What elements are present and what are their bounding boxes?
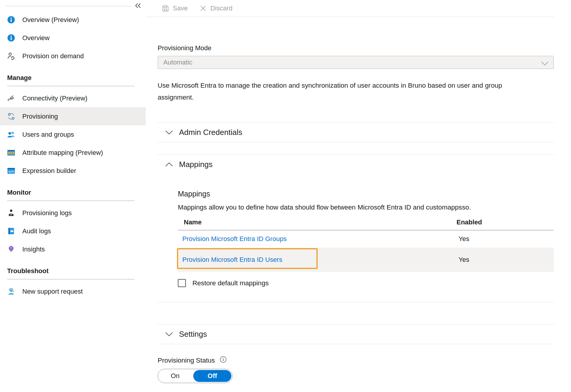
- provisioning-mode-dropdown[interactable]: Automatic: [158, 56, 554, 69]
- table-row: Provision Microsoft Entra ID UsersYes: [178, 248, 554, 272]
- sidebar-item-new-support-request[interactable]: New support request: [0, 282, 146, 300]
- sidebar-item-overview[interactable]: Overview: [0, 29, 146, 47]
- sidebar-item-label: Expression builder: [22, 167, 76, 175]
- sidebar-nav: Overview (Preview)OverviewProvision on d…: [0, 11, 146, 300]
- provisioning-logs-icon: [7, 209, 15, 217]
- sidebar-item-label: Users and groups: [22, 131, 74, 138]
- svg-text:</>: </>: [8, 170, 14, 173]
- sidebar-item-label: Provision on demand: [22, 52, 84, 60]
- main-content: Save Discard Provisioning Mode Automatic…: [146, 0, 571, 392]
- section-header-settings[interactable]: Settings: [158, 325, 554, 344]
- discard-label: Discard: [210, 4, 233, 12]
- chevron-down-icon: [165, 128, 173, 136]
- sidebar-item-label: Connectivity (Preview): [22, 95, 87, 102]
- sidebar-item-provision-on-demand[interactable]: Provision on demand: [0, 47, 146, 65]
- enabled-value: Yes: [459, 256, 469, 264]
- toggle-option-off[interactable]: Off: [193, 370, 231, 382]
- sidebar-item-provisioning-logs[interactable]: Provisioning logs: [0, 204, 146, 222]
- mappings-description: Mappings allow you to define how data sh…: [178, 204, 554, 211]
- mappings-table-body: Provision Microsoft Entra ID GroupsYesPr…: [178, 230, 554, 272]
- collapse-sidebar-button[interactable]: [133, 1, 143, 11]
- sidebar-item-label: Overview (Preview): [22, 16, 79, 24]
- expression-builder-icon: </>: [7, 167, 15, 175]
- sidebar-item-expression-builder[interactable]: </>Expression builder: [0, 162, 146, 180]
- sidebar-item-connectivity-preview[interactable]: Connectivity (Preview): [0, 89, 146, 107]
- section-header-mappings[interactable]: Mappings: [158, 155, 554, 174]
- info-icon[interactable]: [220, 356, 227, 365]
- mappings-table-header: Name Enabled: [178, 214, 554, 230]
- sidebar-item-audit-logs[interactable]: Audit logs: [0, 222, 146, 240]
- sidebar-item-provisioning[interactable]: Provisioning: [0, 107, 146, 125]
- sidebar-item-users-and-groups[interactable]: Users and groups: [0, 125, 146, 144]
- sidebar-item-label: Overview: [22, 34, 50, 42]
- restore-default-mappings-checkbox[interactable]: [178, 279, 186, 287]
- provisioning-status-toggle: On Off: [158, 369, 233, 383]
- sidebar-item-insights[interactable]: Insights: [0, 240, 146, 258]
- audit-logs-icon: [7, 227, 15, 235]
- mappings-heading: Mappings: [178, 190, 554, 198]
- command-bar: Save Discard: [146, 0, 554, 17]
- provisioning-description: Use Microsoft Entra to manage the creati…: [158, 80, 526, 103]
- save-button[interactable]: Save: [162, 4, 188, 12]
- restore-default-mappings-row: Restore default mappings: [178, 279, 554, 287]
- provisioning-mode-label: Provisioning Mode: [158, 44, 554, 52]
- section-label: Admin Credentials: [179, 128, 242, 137]
- mapping-link-provision-microsoft-entra-id-users[interactable]: Provision Microsoft Entra ID Users: [182, 256, 282, 264]
- close-icon: [200, 5, 207, 12]
- sidebar-item-label: Attribute mapping (Preview): [22, 149, 103, 157]
- section-label: Mappings: [179, 160, 213, 169]
- section-divider: [158, 344, 554, 344]
- sidebar-section-header-monitor: Monitor: [7, 189, 134, 201]
- chevron-up-icon: [165, 160, 173, 169]
- insights-icon: [7, 245, 15, 253]
- save-label: Save: [173, 4, 188, 12]
- provisioning-mode-value: Automatic: [163, 59, 192, 66]
- info-icon: [7, 34, 15, 42]
- chevron-down-icon: [165, 330, 173, 338]
- toggle-option-on[interactable]: On: [158, 369, 192, 383]
- double-chevron-left-icon: [134, 2, 142, 10]
- enabled-value: Yes: [459, 235, 469, 243]
- sidebar-top: [0, 0, 146, 11]
- sidebar: Overview (Preview)OverviewProvision on d…: [0, 0, 146, 392]
- sidebar-item-label: Provisioning logs: [22, 209, 72, 217]
- mappings-section: Mappings Mappings allow you to define ho…: [178, 174, 554, 287]
- table-row: Provision Microsoft Entra ID GroupsYes: [178, 230, 554, 248]
- provision-on-demand-icon: [7, 52, 15, 60]
- save-icon: [162, 5, 169, 12]
- new-support-request-icon: [7, 287, 15, 295]
- section-label: Settings: [179, 330, 207, 339]
- restore-default-mappings-label: Restore default mappings: [192, 279, 269, 287]
- sidebar-section-header-manage: Manage: [7, 74, 134, 86]
- info-icon: [7, 16, 15, 24]
- discard-button[interactable]: Discard: [200, 4, 233, 12]
- attribute-mapping-icon: [7, 149, 15, 157]
- section-header-admin-credentials[interactable]: Admin Credentials: [158, 123, 554, 142]
- chevron-down-icon: [541, 60, 549, 68]
- sidebar-section-header-troubleshoot: Troubleshoot: [7, 267, 134, 279]
- connectivity-icon: [7, 94, 15, 102]
- sidebar-item-label: Audit logs: [22, 227, 51, 235]
- users-and-groups-icon: [7, 130, 15, 138]
- provisioning-status-row: Provisioning Status: [158, 356, 554, 365]
- sidebar-item-attribute-mapping-preview[interactable]: Attribute mapping (Preview): [0, 144, 146, 162]
- provisioning-icon: [7, 112, 15, 120]
- column-header-name: Name: [184, 218, 202, 226]
- mapping-link-provision-microsoft-entra-id-groups[interactable]: Provision Microsoft Entra ID Groups: [182, 235, 287, 243]
- provisioning-status-label: Provisioning Status: [158, 357, 215, 364]
- column-header-enabled: Enabled: [457, 218, 482, 226]
- sidebar-item-overview-preview[interactable]: Overview (Preview): [0, 11, 146, 29]
- sidebar-item-label: Insights: [22, 245, 45, 253]
- sidebar-item-label: New support request: [22, 288, 83, 295]
- sidebar-item-label: Provisioning: [22, 113, 58, 120]
- sidebar-top-divider: [6, 6, 131, 6]
